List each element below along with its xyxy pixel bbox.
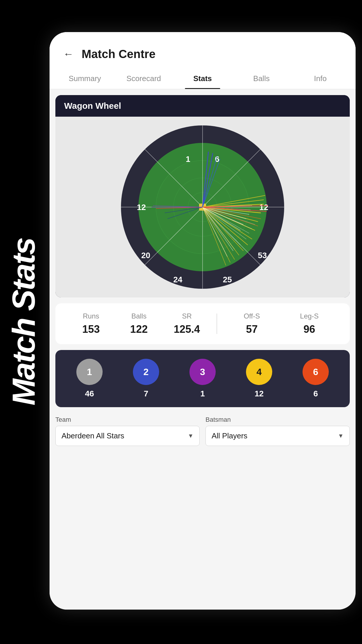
runs-label: Runs [67, 312, 115, 320]
team-chevron-icon: ▼ [188, 433, 194, 439]
tab-stats[interactable]: Stats [173, 67, 232, 89]
wagon-wheel-title: Wagon Wheel [64, 101, 121, 111]
balls-label: Balls [115, 312, 163, 320]
team-filter-select[interactable]: Aberdeen All Stars ▼ [55, 426, 200, 446]
stats-divider [217, 314, 217, 334]
score-type-3: 3 1 [189, 359, 216, 398]
stat-leg-s: Leg-S 96 [281, 312, 338, 335]
sr-label: SR [163, 312, 211, 320]
score-count-6: 6 [313, 389, 318, 398]
side-label-container: Match Stats [0, 0, 47, 644]
leg-s-value: 96 [281, 323, 338, 335]
team-filter-group: Team Aberdeen All Stars ▼ [55, 416, 200, 446]
score-count-2: 7 [144, 389, 148, 398]
off-s-value: 57 [223, 323, 280, 335]
svg-text:20: 20 [141, 251, 150, 260]
score-circle-2: 2 [133, 359, 159, 385]
svg-text:12: 12 [137, 203, 146, 212]
score-type-6: 6 6 [303, 359, 329, 398]
stats-card: Runs 153 Balls 122 SR 125.4 Off-S [55, 303, 350, 344]
score-count-4: 12 [254, 389, 263, 398]
wagon-wheel-body: 1 6 12 12 20 53 24 [55, 117, 350, 298]
score-count-1: 46 [85, 389, 94, 398]
svg-text:24: 24 [173, 275, 182, 284]
score-count-3: 1 [200, 389, 205, 398]
score-types-card: 1 46 2 7 3 1 4 [55, 350, 350, 407]
page-title: Match Centre [82, 48, 155, 61]
batsman-filter-value: All Players [212, 431, 247, 440]
off-s-label: Off-S [223, 312, 280, 320]
runs-value: 153 [67, 323, 115, 335]
leg-s-label: Leg-S [281, 312, 338, 320]
svg-text:53: 53 [258, 251, 267, 260]
app-header: ← Match Centre [50, 32, 356, 67]
batsman-filter-select[interactable]: All Players ▼ [205, 426, 350, 446]
stat-off-s: Off-S 57 [223, 312, 280, 335]
stat-balls: Balls 122 [115, 312, 163, 335]
phone-inner: ← Match Centre Summary Scorecard Stats B… [50, 32, 356, 610]
score-circle-1: 1 [76, 359, 103, 385]
tab-scorecard[interactable]: Scorecard [114, 67, 173, 89]
back-icon: ← [63, 48, 74, 60]
stat-runs: Runs 153 [67, 312, 115, 335]
cricket-field: 1 6 12 12 20 53 24 [118, 123, 287, 292]
back-button[interactable]: ← [61, 47, 76, 61]
score-type-1: 1 46 [76, 359, 103, 398]
score-circle-4: 4 [246, 359, 272, 385]
team-filter-value: Aberdeen All Stars [61, 431, 124, 440]
batsman-chevron-icon: ▼ [338, 433, 344, 439]
phone-container: ← Match Centre Summary Scorecard Stats B… [50, 32, 356, 610]
score-circle-3: 3 [189, 359, 216, 385]
svg-text:1: 1 [186, 155, 190, 164]
team-filter-label: Team [55, 416, 200, 424]
filters-row: Team Aberdeen All Stars ▼ Batsman All Pl… [55, 413, 350, 452]
svg-text:25: 25 [223, 275, 232, 284]
stats-right: Off-S 57 Leg-S 96 [223, 312, 338, 335]
stats-left: Runs 153 Balls 122 SR 125.4 [67, 312, 211, 335]
tabs-bar: Summary Scorecard Stats Balls Info [50, 67, 356, 89]
tab-info[interactable]: Info [291, 67, 350, 89]
side-label-text: Match Stats [5, 238, 42, 405]
content-area: Wagon Wheel [50, 89, 356, 610]
score-type-4: 4 12 [246, 359, 272, 398]
batsman-filter-group: Batsman All Players ▼ [205, 416, 350, 446]
wagon-wheel-svg: 1 6 12 12 20 53 24 [118, 123, 287, 292]
tab-summary[interactable]: Summary [55, 67, 114, 89]
sr-value: 125.4 [163, 323, 211, 335]
tab-balls[interactable]: Balls [232, 67, 291, 89]
score-type-2: 2 7 [133, 359, 159, 398]
stat-sr: SR 125.4 [163, 312, 211, 335]
wagon-wheel-card: Wagon Wheel [55, 95, 350, 298]
balls-value: 122 [115, 323, 163, 335]
batsman-filter-label: Batsman [205, 416, 350, 424]
score-circle-6: 6 [303, 359, 329, 385]
wagon-wheel-header: Wagon Wheel [55, 95, 350, 117]
